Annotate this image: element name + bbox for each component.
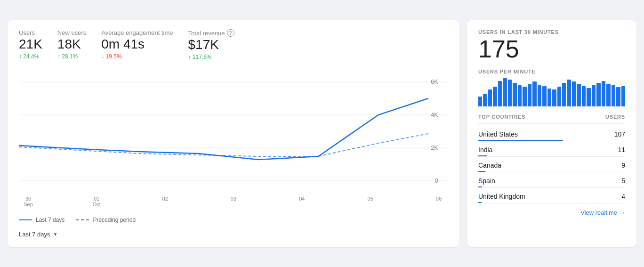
x-label-6: 06 <box>429 196 448 207</box>
bar-item <box>612 85 615 107</box>
chart-x-labels: 30Sep 01Oct 02 03 04 05 06 <box>19 194 448 207</box>
countries-list: United States107India11Canada9Spain5Unit… <box>478 126 625 203</box>
country-name: Spain <box>478 177 495 185</box>
country-users: 11 <box>618 146 625 154</box>
x-label-0: 30Sep <box>19 196 38 207</box>
countries-header: TOP COUNTRIES USERS <box>478 114 625 124</box>
legend-solid-line <box>19 219 32 220</box>
bar-item <box>592 85 596 107</box>
bar-item <box>616 87 620 106</box>
x-label-2: 02 <box>156 196 175 207</box>
svg-text:6K: 6K <box>431 79 438 85</box>
metric-label-3: Total revenue? <box>188 29 234 37</box>
country-bar <box>478 155 487 156</box>
country-bar <box>478 186 482 187</box>
legend-dashed-line <box>76 219 89 220</box>
chart-svg: 6K 4K 2K 0 <box>19 77 448 190</box>
bar-item <box>508 80 512 107</box>
bar-chart <box>478 78 625 106</box>
bar-item <box>577 84 580 106</box>
metric-value-3: $17K <box>188 38 234 52</box>
metric-change-0: 24.4% <box>19 53 42 60</box>
bar-item <box>532 81 536 106</box>
users-header-label: USERS <box>605 114 625 120</box>
bar-item <box>513 83 516 106</box>
metric-item-1: New users18K28.1% <box>57 29 86 60</box>
metric-item-0: Users21K24.4% <box>19 29 42 60</box>
bar-item <box>478 97 482 107</box>
bar-item <box>606 84 610 106</box>
bar-item <box>493 87 497 106</box>
metric-change-3: 117.6% <box>188 54 234 60</box>
legend-solid-label: Last 7 days <box>36 217 64 223</box>
country-bar <box>478 140 563 141</box>
metric-item-2: Average engagement time0m 41s19.5% <box>101 29 173 60</box>
info-icon[interactable]: ? <box>227 29 234 37</box>
view-realtime-link[interactable]: View realtime → <box>478 209 625 216</box>
country-name: United Kingdom <box>478 193 525 200</box>
bar-item <box>596 83 600 106</box>
users-per-minute-label: USERS PER MINUTE <box>478 69 625 74</box>
country-users: 5 <box>621 177 625 185</box>
country-row: India11 <box>478 141 625 157</box>
country-users: 9 <box>621 162 625 169</box>
period-selector[interactable]: Last 7 days ▼ <box>19 231 57 238</box>
metric-label-0: Users <box>19 29 42 36</box>
countries-header-label: TOP COUNTRIES <box>478 114 525 120</box>
x-label-4: 04 <box>292 196 311 207</box>
bar-item <box>518 85 522 107</box>
country-row: United States107 <box>478 126 625 141</box>
realtime-section-label: USERS IN LAST 30 MINUTES <box>478 29 625 35</box>
metric-value-0: 21K <box>19 37 42 52</box>
bar-item <box>503 78 507 106</box>
bar-item <box>557 87 561 106</box>
view-realtime-text: View realtime <box>580 209 617 216</box>
bar-item <box>528 84 531 106</box>
metric-value-2: 0m 41s <box>101 37 173 52</box>
country-name: India <box>478 146 492 154</box>
bar-item <box>552 89 556 106</box>
bar-item <box>572 81 576 106</box>
bar-item <box>567 80 571 107</box>
x-label-1: 01Oct <box>87 196 106 207</box>
x-label-5: 05 <box>361 196 380 207</box>
svg-text:4K: 4K <box>431 112 438 118</box>
arrow-right-icon: → <box>619 209 625 216</box>
country-bar <box>478 202 482 203</box>
metrics-row: Users21K24.4%New users18K28.1%Average en… <box>19 29 448 68</box>
country-users: 4 <box>621 193 625 200</box>
country-name: Canada <box>478 162 501 169</box>
country-row: Canada9 <box>478 157 625 172</box>
metric-change-1: 28.1% <box>57 53 86 60</box>
metric-change-2: 19.5% <box>101 53 173 60</box>
chevron-down-icon: ▼ <box>53 232 58 237</box>
dashboard: Users21K24.4%New users18K28.1%Average en… <box>8 20 636 247</box>
svg-text:0: 0 <box>435 178 438 184</box>
metric-item-3: Total revenue?$17K117.6% <box>188 29 234 60</box>
chart-area: 6K 4K 2K 0 <box>19 77 448 190</box>
realtime-count: 175 <box>478 37 625 61</box>
bar-item <box>582 86 586 106</box>
bar-item <box>523 87 526 106</box>
bar-item <box>483 94 487 106</box>
bar-item <box>488 89 492 106</box>
metric-label-1: New users <box>57 29 86 36</box>
x-label-3: 03 <box>224 196 243 207</box>
country-row: United Kingdom4 <box>478 188 625 203</box>
period-label: Last 7 days <box>19 231 50 238</box>
legend: Last 7 days Preceding period <box>19 213 448 223</box>
bar-item <box>538 85 541 107</box>
country-users: 107 <box>614 130 625 138</box>
bar-item <box>542 86 546 106</box>
bar-item <box>587 88 590 107</box>
side-card: USERS IN LAST 30 MINUTES 175 USERS PER M… <box>467 20 636 247</box>
svg-text:2K: 2K <box>431 145 438 151</box>
main-card: Users21K24.4%New users18K28.1%Average en… <box>8 20 459 247</box>
country-row: Spain5 <box>478 172 625 188</box>
metric-label-2: Average engagement time <box>101 29 173 36</box>
bar-item <box>562 83 566 106</box>
bar-item <box>498 81 502 106</box>
bar-item <box>547 89 551 106</box>
metric-value-1: 18K <box>57 37 86 52</box>
bar-item <box>602 81 605 106</box>
